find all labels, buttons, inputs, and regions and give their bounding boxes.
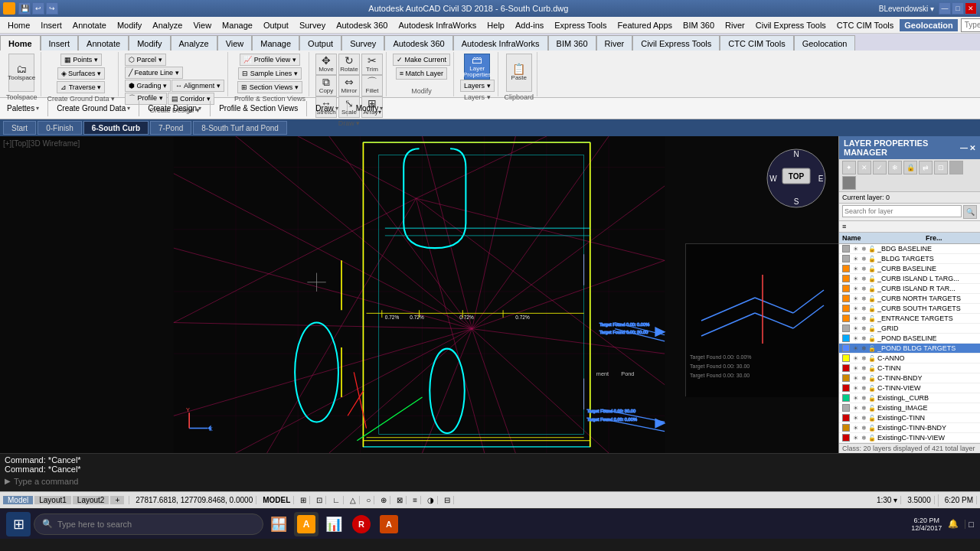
sb-scale[interactable]: 1:30 ▾ xyxy=(874,496,901,504)
visibility-icon[interactable]: ☀ xyxy=(851,435,859,442)
layer-row[interactable]: ☀❄🔓C-TINN-VIEW xyxy=(839,383,980,393)
sample-lines-btn[interactable]: ⊟ Sample Lines ▾ xyxy=(238,67,302,80)
layer-row[interactable]: ☀❄🔓ExistingC-TINN-BNDY xyxy=(839,423,980,433)
alignment-btn[interactable]: ↔ Alignment ▾ xyxy=(172,80,224,92)
tab-autodesk360[interactable]: Autodesk 360 xyxy=(384,35,452,51)
sb-dyn[interactable]: ⊠ xyxy=(394,496,407,504)
visibility-icon[interactable]: ☀ xyxy=(851,325,859,332)
lock-icon[interactable]: 🔓 xyxy=(868,395,876,402)
task-view-btn[interactable]: 🪟 xyxy=(266,512,291,536)
layer-properties-btn[interactable]: 🗃 Layer Properties xyxy=(464,54,490,80)
freeze-icon[interactable]: ❄ xyxy=(860,335,867,342)
freeze-icon[interactable]: ❄ xyxy=(860,385,867,392)
freeze-icon[interactable]: ❄ xyxy=(860,345,867,352)
tab-annotate[interactable]: Annotate xyxy=(78,35,129,51)
freeze-icon[interactable]: ❄ xyxy=(860,435,867,442)
create-ground-data-item[interactable]: Create Ground Data ▾ xyxy=(53,102,134,115)
lock-icon[interactable]: 🔓 xyxy=(868,295,876,302)
layer-row[interactable]: ☀❄🔓ExistingC-TINN-VIEW xyxy=(839,433,980,443)
tab-bim360[interactable]: BIM 360 xyxy=(548,35,596,51)
sb-osnap[interactable]: ○ xyxy=(363,496,374,504)
menu-civilexpresstools[interactable]: Civil Express Tools xyxy=(751,19,831,31)
lock-icon[interactable]: 🔓 xyxy=(868,276,876,282)
redo-btn[interactable]: ↪ xyxy=(46,2,58,15)
draw-item[interactable]: Draw ▾ xyxy=(312,102,341,115)
layer-row[interactable]: ☀❄🔓_POND BLDG TARGETS xyxy=(839,344,980,354)
visibility-icon[interactable]: ☀ xyxy=(851,335,859,342)
tab-manage[interactable]: Manage xyxy=(252,35,299,51)
freeze-icon[interactable]: ❄ xyxy=(860,375,867,382)
fillet-btn[interactable]: ⌒ Fillet xyxy=(361,75,383,96)
visibility-icon[interactable]: ☀ xyxy=(851,315,859,322)
layer-row[interactable]: ☀❄🔓_POND BASELINE xyxy=(839,334,980,344)
lpm-close-btn[interactable]: ✕ xyxy=(969,144,975,152)
lock-icon[interactable]: 🔓 xyxy=(868,425,876,432)
visibility-icon[interactable]: ☀ xyxy=(851,395,859,402)
menu-bim360[interactable]: BIM 360 xyxy=(678,19,719,31)
lock-icon[interactable]: 🔓 xyxy=(868,305,876,312)
visibility-icon[interactable]: ☀ xyxy=(851,266,859,272)
viewport[interactable]: [+][Top][3D Wireframe] xyxy=(0,136,838,453)
show-desktop-btn[interactable]: □ xyxy=(965,520,974,529)
visibility-icon[interactable]: ☀ xyxy=(851,355,859,362)
toolspace-btn[interactable]: 🗂 Toolspace xyxy=(8,54,34,92)
notification-btn[interactable]: 🔔 xyxy=(948,519,959,529)
menu-autodesk360[interactable]: Autodesk 360 xyxy=(332,19,392,31)
rotate-btn[interactable]: ↻ Rotate xyxy=(338,54,360,75)
visibility-icon[interactable]: ☀ xyxy=(851,246,859,253)
lock-icon[interactable]: 🔓 xyxy=(868,415,876,422)
sb-qprops[interactable]: ⊟ xyxy=(441,496,454,504)
freeze-icon[interactable]: ❄ xyxy=(860,365,867,372)
layer-row[interactable]: ☀❄🔓_CURB ISLAND L TARG... xyxy=(839,274,980,284)
menu-expresstools[interactable]: Express Tools xyxy=(550,19,611,31)
set-current-btn[interactable]: ✓ xyxy=(873,161,887,174)
close-btn[interactable]: ✕ xyxy=(965,2,977,15)
match-layer-btn[interactable]: ≡ Match Layer xyxy=(396,67,447,80)
maximize-btn[interactable]: □ xyxy=(952,2,964,15)
freeze-icon[interactable]: ❄ xyxy=(860,415,867,422)
tab-view[interactable]: View xyxy=(217,35,253,51)
sb-grid[interactable]: ⊡ xyxy=(313,496,326,504)
menu-modify[interactable]: Modify xyxy=(113,19,146,31)
tab-home[interactable]: Home xyxy=(0,35,41,51)
menu-addins[interactable]: Add-ins xyxy=(511,19,548,31)
layer-row[interactable]: ☀❄🔓ExistingC-TINN xyxy=(839,413,980,423)
tab-0finish[interactable]: 0-Finish xyxy=(38,121,82,135)
sb-otrack[interactable]: ⊕ xyxy=(377,496,390,504)
menu-ctccimtools[interactable]: CTC CIM Tools xyxy=(832,19,898,31)
freeze-icon[interactable]: ❄ xyxy=(860,325,867,332)
layer-search-input[interactable] xyxy=(842,205,962,217)
menu-geolocation[interactable]: Geolocation xyxy=(900,19,958,31)
tab-8southturf[interactable]: 8-South Turf and Pond xyxy=(193,121,287,135)
layout1-tab[interactable]: Layout1 xyxy=(34,496,71,504)
trim-btn[interactable]: ✂ Trim xyxy=(361,54,383,75)
move-btn[interactable]: ✥ Move xyxy=(315,54,337,75)
minimize-btn[interactable]: — xyxy=(939,2,951,15)
user-menu[interactable]: BLevendowski ▾ xyxy=(879,5,934,13)
freeze-icon[interactable]: ❄ xyxy=(860,246,867,253)
freeze-icon[interactable]: ❄ xyxy=(860,285,867,292)
tab-infraworks[interactable]: Autodesk InfraWorks xyxy=(453,35,548,51)
mirror-btn[interactable]: ⇔ Mirror xyxy=(338,75,360,96)
feature-line-btn[interactable]: ╱ Feature Line ▾ xyxy=(125,67,183,79)
menu-insert[interactable]: Insert xyxy=(36,19,67,31)
lock-icon[interactable]: 🔓 xyxy=(868,355,876,362)
layer-row[interactable]: ☀❄🔓_BDG BASELINE xyxy=(839,244,980,254)
start-btn[interactable]: ⊞ xyxy=(6,512,31,536)
taskbar-autocad-btn[interactable]: A xyxy=(294,512,318,536)
visibility-icon[interactable]: ☀ xyxy=(851,415,859,422)
tab-ctccimtools[interactable]: CTC CIM Tools xyxy=(720,35,793,51)
layer-search-btn[interactable]: 🔍 xyxy=(963,205,977,219)
visibility-icon[interactable]: ☀ xyxy=(851,295,859,302)
taskbar-acad-btn2[interactable]: A xyxy=(377,512,401,536)
palettes-item[interactable]: Palettes ▾ xyxy=(3,102,43,115)
lock-icon[interactable]: 🔓 xyxy=(868,256,876,262)
delete-layer-btn[interactable]: ✕ xyxy=(858,161,871,174)
navigation-cube[interactable]: N S W E TOP xyxy=(766,148,827,209)
layer-row[interactable]: ☀❄🔓C-TINN-BNDY xyxy=(839,373,980,383)
layer-row[interactable]: ☀❄🔓_BLDG TARGETS xyxy=(839,254,980,264)
command-input[interactable] xyxy=(14,477,975,486)
copy-btn[interactable]: ⧉ Copy xyxy=(315,75,337,96)
freeze-icon[interactable]: ❄ xyxy=(860,405,867,412)
layer-row[interactable]: ☀❄🔓Existing_IMAGE xyxy=(839,403,980,413)
